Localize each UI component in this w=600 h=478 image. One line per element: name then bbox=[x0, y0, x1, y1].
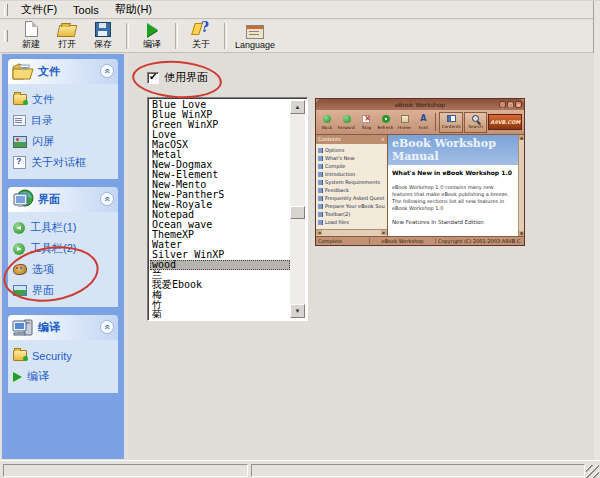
preview-tree-item: Compile bbox=[318, 162, 386, 170]
sidebar-item-toolbar1[interactable]: 工具栏(1) bbox=[13, 217, 115, 238]
scroll-up-icon[interactable]: ▲ bbox=[290, 100, 305, 114]
scroll-up-icon: ▲ bbox=[519, 135, 524, 140]
chevron-up-icon[interactable] bbox=[100, 192, 114, 206]
font-icon bbox=[419, 115, 427, 123]
preview-statusbar: Complete eBook Workshop Copyright (C) 20… bbox=[316, 236, 524, 245]
status-panel-right bbox=[251, 464, 585, 477]
menubar-grip[interactable] bbox=[4, 4, 8, 16]
preview-tree-item: Options bbox=[318, 146, 386, 154]
list-scrollbar[interactable]: ▲ ▼ bbox=[290, 100, 305, 318]
about-button-label: 关于 bbox=[192, 38, 210, 51]
theme-list-item[interactable]: 我爱Ebook bbox=[150, 280, 290, 290]
sidebar-item-about-dialog[interactable]: 关于对话框 bbox=[13, 152, 115, 173]
toolbar-separator bbox=[126, 23, 129, 49]
use-skin-checkbox[interactable] bbox=[147, 72, 159, 84]
preview-contents-pane: Contents × Options What's New Compile In… bbox=[316, 135, 388, 236]
preview-vscrollbar: ▲ ▼ bbox=[518, 135, 524, 236]
resize-grip[interactable] bbox=[586, 465, 599, 478]
save-button[interactable]: 保存 bbox=[85, 21, 121, 52]
page-icon bbox=[318, 172, 323, 177]
preview-article-subheading: New Features In Standard Edition bbox=[392, 219, 514, 225]
page-icon bbox=[318, 180, 323, 185]
theme-list-item[interactable]: wood bbox=[150, 260, 290, 270]
menu-help[interactable]: 帮助(H) bbox=[107, 0, 160, 19]
preview-tree-item: Load files bbox=[318, 218, 386, 226]
preview-article: What's New in eBook Workshop 1.0 eBook W… bbox=[388, 165, 524, 225]
theme-list-item-label: 菊 bbox=[152, 309, 162, 318]
close-icon: × bbox=[381, 135, 385, 144]
panel-compile-header[interactable]: 编译 bbox=[8, 315, 118, 340]
save-button-label: 保存 bbox=[94, 38, 112, 51]
preview-button-label: Contents bbox=[442, 123, 461, 128]
preview-button-label: Back bbox=[322, 124, 332, 129]
about-button[interactable]: 关于 bbox=[183, 21, 219, 52]
folder-mail-icon bbox=[11, 61, 35, 83]
scroll-left-icon: ◄ bbox=[316, 230, 322, 235]
close-icon: × bbox=[515, 101, 522, 108]
stop-icon bbox=[362, 115, 370, 123]
sidebar-item-skin[interactable]: 界面 bbox=[13, 280, 115, 301]
preview-status-right: Copyright (C) 2001-2003 A9VB.C bbox=[436, 238, 524, 244]
sidebar-item-label: 目录 bbox=[31, 113, 53, 128]
sidebar-item-splash[interactable]: 闪屏 bbox=[13, 131, 115, 152]
preview-contents-button: Contents bbox=[439, 112, 464, 133]
sidebar-item-compile[interactable]: 编译 bbox=[13, 366, 115, 387]
panel-file: 文件 文件 目录 闪屏 关于对话框 bbox=[8, 59, 118, 179]
theme-list-item[interactable]: 竹 bbox=[150, 300, 290, 310]
theme-list-item[interactable]: 菊 bbox=[150, 310, 290, 318]
preview-tree-item: System Requirements bbox=[318, 178, 386, 186]
sidebar-item-toolbar2[interactable]: 工具栏(2) bbox=[13, 238, 115, 259]
preview-tree-item: Feedback bbox=[318, 186, 386, 194]
splash-image-icon bbox=[13, 136, 27, 148]
page-icon bbox=[318, 204, 323, 209]
use-skin-label: 使用界面 bbox=[164, 70, 208, 85]
computer-icon bbox=[11, 317, 35, 339]
toolbar-separator bbox=[175, 23, 178, 49]
sidebar-item-label: 编译 bbox=[27, 369, 49, 384]
preview-button-label: Forward bbox=[338, 124, 355, 129]
monitor-globe-icon bbox=[11, 189, 35, 211]
sidebar: 文件 文件 目录 闪屏 关于对话框 bbox=[2, 54, 124, 459]
forward-icon bbox=[343, 115, 351, 123]
preview-brand-logo: A9VB.COM bbox=[488, 114, 522, 130]
open-button[interactable]: 打开 bbox=[49, 21, 85, 52]
chevron-up-icon[interactable] bbox=[100, 64, 114, 78]
preview-tree-item-label: System Requirements bbox=[325, 179, 380, 185]
main-toolbar: 新建 打开 保存 编译 关于 Language bbox=[0, 20, 594, 53]
page-icon bbox=[318, 220, 323, 225]
new-button-label: 新建 bbox=[22, 38, 40, 51]
sidebar-item-directory[interactable]: 目录 bbox=[13, 110, 115, 131]
sidebar-item-options[interactable]: 选项 bbox=[13, 259, 115, 280]
sidebar-item-label: 选项 bbox=[32, 262, 54, 277]
sidebar-item-security[interactable]: Security bbox=[13, 345, 115, 366]
scrollbar-thumb[interactable] bbox=[290, 206, 305, 219]
panel-interface-body: 工具栏(1) 工具栏(2) 选项 界面 bbox=[8, 212, 118, 307]
compile-button[interactable]: 编译 bbox=[134, 21, 170, 52]
preview-button-label: Stop bbox=[361, 124, 371, 129]
scroll-down-icon[interactable]: ▼ bbox=[290, 304, 305, 318]
new-button[interactable]: 新建 bbox=[13, 21, 49, 52]
menu-tools[interactable]: Tools bbox=[65, 2, 107, 18]
arrow-right-circle-icon bbox=[13, 243, 25, 255]
chevron-up-icon[interactable] bbox=[100, 320, 114, 334]
open-folder-icon bbox=[57, 25, 78, 37]
toolbar-grip[interactable] bbox=[4, 30, 8, 42]
preview-tree-list: Options What's New Compile Introduction … bbox=[316, 144, 387, 229]
skin-preview-image: eBook Workshop _ □ × Back Forward bbox=[315, 98, 525, 246]
panel-compile-body: Security 编译 bbox=[8, 340, 118, 393]
window-right-border bbox=[593, 1, 600, 460]
sidebar-item-file[interactable]: 文件 bbox=[13, 89, 115, 110]
preview-home-button: Home bbox=[396, 112, 414, 133]
preview-toolbar-separator bbox=[435, 113, 436, 131]
preview-back-button: Back bbox=[318, 112, 336, 133]
language-button[interactable]: Language bbox=[232, 21, 278, 52]
theme-list-item[interactable]: 梅 bbox=[150, 290, 290, 300]
preview-window-buttons: _ □ × bbox=[499, 101, 522, 108]
panel-file-header[interactable]: 文件 bbox=[8, 59, 118, 84]
menu-file[interactable]: 文件(F) bbox=[13, 0, 65, 19]
preview-titlebar: eBook Workshop _ □ × bbox=[316, 99, 524, 110]
panel-interface-header[interactable]: 界面 bbox=[8, 187, 118, 212]
search-icon bbox=[472, 115, 479, 122]
theme-list[interactable]: Blue Love Blue WinXP Green WinXP Love Ma… bbox=[150, 100, 290, 318]
preview-tree-item: Frequently Asked Quest bbox=[318, 194, 386, 202]
